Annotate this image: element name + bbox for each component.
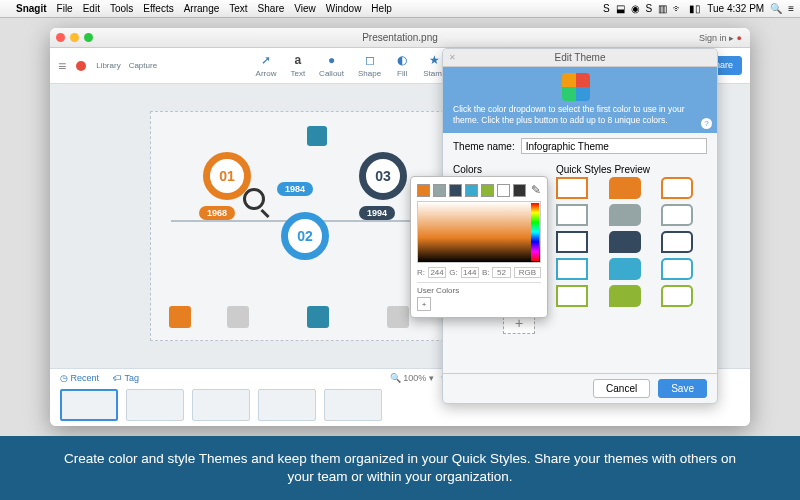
cancel-button[interactable]: Cancel [593,379,650,398]
menu-window[interactable]: Window [326,3,362,14]
style-preview[interactable] [661,204,693,226]
thumbnail[interactable] [258,389,316,421]
timeline-marker [227,306,249,328]
shape-icon: ◻ [363,53,377,67]
hamburger-icon[interactable]: ≡ [58,58,66,74]
titlebar: Presentation.png Sign in ▸ ● [50,28,750,48]
year-label: 1994 [359,206,395,220]
style-preview[interactable] [609,204,641,226]
style-preview[interactable] [556,285,588,307]
panel-title[interactable]: Edit Theme [443,49,717,67]
color-gradient[interactable] [417,201,541,263]
user-colors-label: User Colors [417,286,541,295]
canvas-icon [307,126,327,146]
style-preview[interactable] [661,258,693,280]
b-value[interactable]: 52 [492,267,510,278]
style-preview[interactable] [609,231,641,253]
zoom-icon[interactable] [84,33,93,42]
callout-icon: ● [325,53,339,67]
snagit-tray-icon[interactable]: S [646,3,653,14]
menu-arrange[interactable]: Arrange [184,3,220,14]
preview-label: Quick Styles Preview [556,164,650,175]
app-menu[interactable]: Snagit [16,3,47,14]
preset-swatch[interactable] [417,184,430,197]
menu-tools[interactable]: Tools [110,3,133,14]
style-preview[interactable] [609,285,641,307]
thumbnail[interactable] [126,389,184,421]
status-icon[interactable]: S [603,3,610,14]
text-icon: a [291,53,305,67]
updates-icon[interactable]: ▥ [658,3,667,14]
wifi-icon[interactable]: ᯤ [673,3,683,14]
recent-tab[interactable]: ◷ Recent [60,373,99,383]
style-preview[interactable] [661,177,693,199]
menu-text[interactable]: Text [229,3,247,14]
style-preview[interactable] [556,258,588,280]
panel-hint: Click the color dropdown to select the f… [443,67,717,133]
preset-swatch[interactable] [481,184,494,197]
menu-effects[interactable]: Effects [143,3,173,14]
minimize-icon[interactable] [70,33,79,42]
color-mode-toggle[interactable]: RGB [514,267,541,278]
g-value[interactable]: 144 [461,267,479,278]
hue-slider[interactable] [531,203,539,261]
tool-callout[interactable]: ●Callout [319,53,344,78]
mac-menubar: Snagit File Edit Tools Effects Arrange T… [0,0,800,18]
eyedropper-icon[interactable]: ✎ [531,183,541,197]
add-user-color-button[interactable]: + [417,297,431,311]
tool-shape[interactable]: ◻Shape [358,53,381,78]
style-preview[interactable] [556,231,588,253]
promo-banner: Create color and style Themes and keep t… [0,436,800,500]
close-icon[interactable] [56,33,65,42]
timeline-marker [387,306,409,328]
spotlight-icon[interactable]: 🔍 [770,3,782,14]
thumbnail[interactable] [192,389,250,421]
style-preview[interactable] [556,204,588,226]
preset-swatch[interactable] [465,184,478,197]
status-icon2[interactable]: ◉ [631,3,640,14]
palette-icon [562,73,590,101]
thumbnail[interactable] [60,389,118,421]
capture-tab[interactable]: Capture [129,61,157,70]
tool-text[interactable]: aText [290,53,305,78]
stamp-icon: ★ [428,53,442,67]
preset-swatch[interactable] [513,184,526,197]
help-icon[interactable]: ? [701,118,712,129]
color-picker: ✎ R:244 G:144 B:52 RGB User Colors + [410,176,548,318]
magnify-icon [243,188,265,210]
menu-help[interactable]: Help [371,3,392,14]
save-button[interactable]: Save [658,379,707,398]
battery-icon[interactable]: ▮▯ [689,3,701,14]
style-preview[interactable] [661,285,693,307]
style-preview[interactable] [661,231,693,253]
theme-name-input[interactable] [521,138,707,154]
r-value[interactable]: 244 [428,267,446,278]
clock[interactable]: Tue 4:32 PM [707,3,764,14]
colors-label: Colors [453,164,493,175]
library-tab[interactable]: Library [96,61,120,70]
document-title: Presentation.png [362,32,438,43]
tool-arrow[interactable]: ➚Arrow [256,53,277,78]
tool-fill[interactable]: ◐Fill [395,53,409,78]
style-preview[interactable] [609,258,641,280]
window-controls[interactable] [56,33,93,42]
menu-view[interactable]: View [294,3,316,14]
style-preview[interactable] [556,177,588,199]
sign-in-link[interactable]: Sign in ▸ ● [699,33,742,43]
menu-edit[interactable]: Edit [83,3,100,14]
style-preview[interactable] [609,177,641,199]
preset-swatch[interactable] [497,184,510,197]
menu-share[interactable]: Share [258,3,285,14]
record-icon[interactable] [76,61,86,71]
timeline-node-3: 03 [359,152,407,200]
year-label: 1968 [199,206,235,220]
timeline-marker [169,306,191,328]
tag-tab[interactable]: 🏷 Tag [113,373,139,383]
preset-swatch[interactable] [449,184,462,197]
dropbox-icon[interactable]: ⬓ [616,3,625,14]
preset-swatch[interactable] [433,184,446,197]
menu-file[interactable]: File [57,3,73,14]
thumbnail[interactable] [324,389,382,421]
timeline-node-2: 02 [281,212,329,260]
menu-icon[interactable]: ≡ [788,3,794,14]
